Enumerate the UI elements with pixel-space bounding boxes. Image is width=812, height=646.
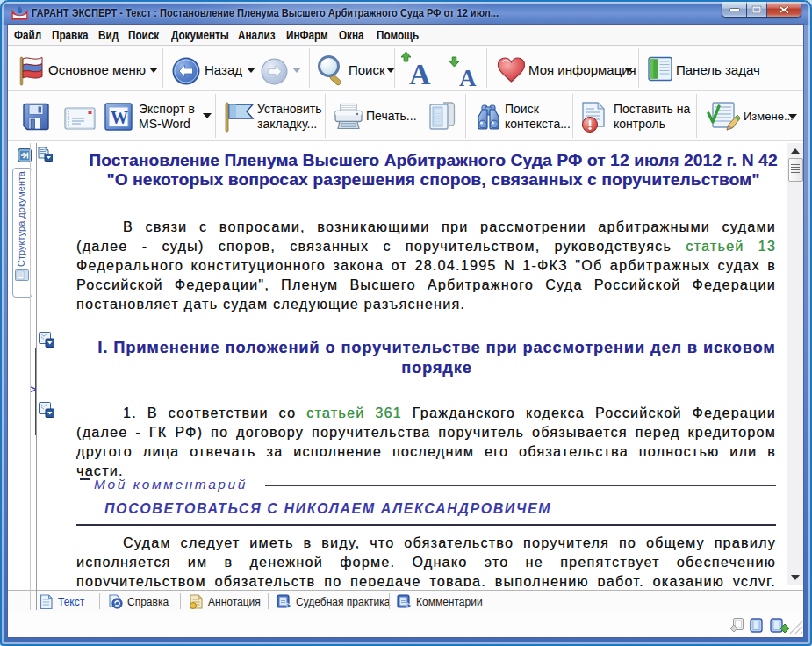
svg-text:A: A xyxy=(459,65,477,90)
svg-text:A: A xyxy=(409,58,431,88)
svg-text:W: W xyxy=(111,108,128,127)
